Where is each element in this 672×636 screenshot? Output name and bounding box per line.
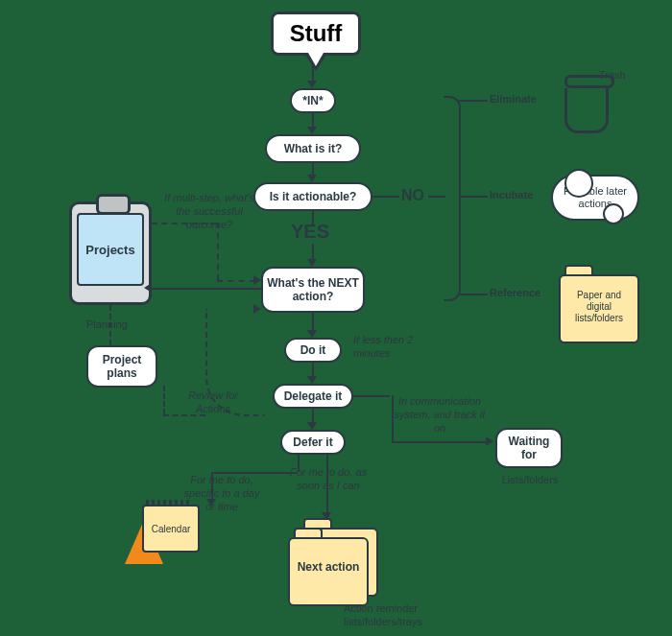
- note-two-minutes: If less then 2 minutes: [353, 334, 440, 361]
- label-yes: YES: [291, 221, 329, 243]
- branch-reference: Reference: [490, 287, 540, 300]
- node-what-label: What is it?: [284, 142, 343, 155]
- node-next-action: What's the NEXT action?: [261, 267, 365, 313]
- node-next-action-label: Next action: [290, 560, 367, 574]
- connector-dashed: [217, 280, 255, 282]
- connector: [353, 395, 390, 397]
- arrowhead-icon: [307, 330, 317, 338]
- node-in: *IN*: [290, 88, 336, 113]
- node-defer: Defer it: [280, 430, 346, 455]
- caption-waiting: Lists/folders: [499, 474, 561, 487]
- note-planning: Planning: [86, 318, 128, 332]
- arrowhead-icon: [144, 283, 152, 293]
- connector-curve: [205, 309, 265, 416]
- node-what-is-it: What is it?: [265, 134, 361, 163]
- note-multistep: If multi-step, what's the successful out…: [161, 192, 257, 231]
- node-delegate-label: Delegate it: [284, 389, 343, 403]
- node-later: Possible later actions: [551, 175, 639, 221]
- node-calendar-label: Calendar: [142, 505, 200, 553]
- node-doit-label: Do it: [300, 343, 326, 357]
- node-actionable: Is it actionable?: [253, 182, 372, 211]
- node-waiting: Waiting for: [495, 428, 563, 468]
- connector: [459, 294, 488, 295]
- connector: [392, 441, 488, 443]
- connector: [459, 100, 488, 102]
- arrowhead-icon: [253, 304, 261, 314]
- node-projects-label: Projects: [77, 213, 144, 286]
- note-communication: In communication system, and track it on: [392, 395, 488, 435]
- arrowhead-icon: [253, 275, 261, 285]
- branch-incubate: Incubate: [490, 189, 533, 202]
- bracket: [444, 96, 461, 301]
- connector: [459, 196, 488, 198]
- note-defer-asap: For me to do, as soon as I can: [288, 466, 369, 493]
- trash-icon: [564, 75, 609, 125]
- arrowhead-icon: [307, 127, 317, 134]
- connector-dashed: [217, 223, 219, 280]
- node-waiting-label: Waiting for: [501, 435, 557, 462]
- node-project-plans: Project plans: [86, 345, 157, 388]
- connector-dashed: [163, 386, 165, 414]
- node-stuff-label: Stuff: [290, 20, 343, 47]
- node-defer-label: Defer it: [293, 436, 332, 449]
- arrowhead-icon: [307, 259, 317, 267]
- node-in-label: *IN*: [302, 94, 323, 107]
- node-calendar: Calendar: [125, 505, 200, 564]
- node-delegate: Delegate it: [273, 384, 353, 409]
- gtd-flowchart: Stuff *IN* What is it? Is it actionable?…: [0, 0, 672, 636]
- connector: [372, 196, 399, 198]
- caption-next-action: Action reminder lists/folders/trays: [344, 602, 459, 629]
- node-reference: Paper and digital lists/folders: [559, 274, 639, 343]
- connector: [312, 313, 314, 332]
- node-project-plans-label: Project plans: [92, 353, 152, 381]
- node-later-label: Possible later actions: [557, 185, 634, 210]
- node-projects: Projects: [69, 201, 152, 305]
- node-next-label: What's the NEXT action?: [267, 276, 359, 304]
- node-do-it: Do it: [284, 338, 342, 363]
- arrowhead-icon: [307, 422, 317, 430]
- arrowhead-icon: [307, 175, 317, 182]
- node-stuff: Stuff: [271, 12, 361, 56]
- connector: [152, 288, 261, 290]
- branch-eliminate: Eliminate: [490, 93, 537, 106]
- node-actionable-label: Is it actionable?: [270, 190, 357, 203]
- node-trash-label: Trash: [599, 69, 626, 82]
- arrowhead-icon: [307, 81, 317, 88]
- node-next-action: Next action: [288, 537, 369, 606]
- connector-dashed: [152, 223, 217, 224]
- arrowhead-icon: [307, 376, 317, 384]
- label-no: NO: [401, 187, 424, 204]
- connector: [392, 395, 394, 441]
- arrowhead-icon: [486, 436, 493, 446]
- node-reference-label: Paper and digital lists/folders: [561, 290, 637, 324]
